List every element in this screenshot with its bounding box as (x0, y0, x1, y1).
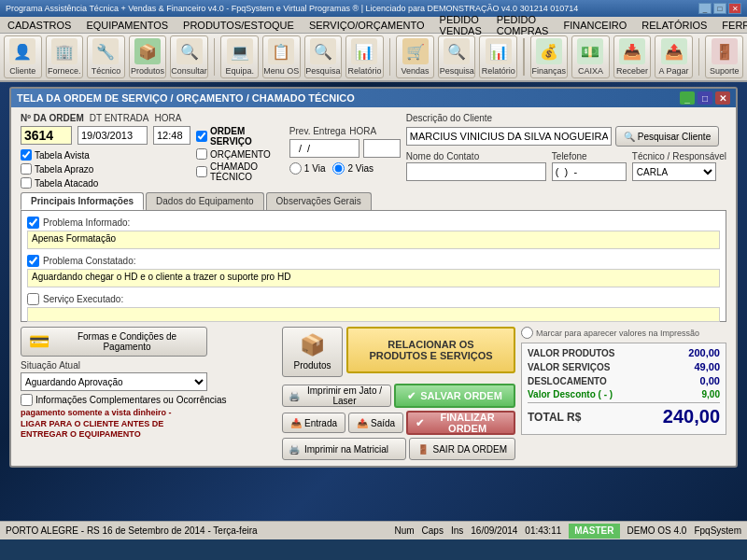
radio-via2[interactable]: 2 Vias (332, 162, 374, 175)
toolbar-apagar[interactable]: 📤 A Pagar (655, 35, 693, 78)
pesquisar-cliente-btn[interactable]: 🔍 Pesquisar Cliente (615, 126, 719, 147)
problema-informado-check[interactable] (27, 217, 39, 229)
ordem-servico-check[interactable]: ORDEM SERVIÇO (196, 126, 284, 147)
toolbar-financas[interactable]: 💰 Finanças (530, 35, 569, 78)
close-btn[interactable]: ✕ (728, 3, 741, 14)
chamado-tecnico-check[interactable]: CHAMADO TÉCNICO (196, 161, 284, 182)
prev-hora-input[interactable] (363, 139, 401, 158)
menu-cadastros[interactable]: CADASTROS (0, 19, 78, 32)
situacao-atual-select[interactable]: Aguardando Aprovação Em Andamento Conclu… (21, 372, 207, 391)
imprimir-matricial-btn[interactable]: 🖨️ Imprimir na Matricial (282, 438, 406, 460)
menu-produtos[interactable]: PRODUTOS/ESTOQUE (176, 19, 302, 32)
servico-executado-title: Serviço Executado: (27, 293, 720, 305)
radio-via1[interactable]: 1 Via (289, 162, 326, 175)
imprimir-jato-btn[interactable]: 🖨️ Imprimir em Jato / Laser (282, 385, 391, 407)
nome-contato-input[interactable] (406, 162, 546, 181)
hora-input[interactable] (153, 126, 190, 145)
problema-informado-text[interactable]: Apenas Formatação (27, 231, 720, 249)
toolbar-relatorio1[interactable]: 📊 Relatório (345, 35, 384, 78)
telefone-input[interactable] (552, 162, 627, 181)
finalizar-ordem-btn[interactable]: ✔ FINALIZAR ORDEM (406, 411, 515, 435)
relacionar-btn[interactable]: RELACIONAR OS PRODUTOS E SERVIÇOS (346, 327, 515, 373)
toolbar-vendas[interactable]: 🛒 Vendas (396, 35, 434, 78)
produtos-btn[interactable]: 📦 Produtos (282, 327, 343, 377)
toolbar-relatorio2[interactable]: 📊 Relatório (479, 35, 517, 78)
valor-servicos-row: VALOR SERVIÇOS 49,00 (528, 361, 720, 372)
title-bar-text: Programa Assistência Técnica + Vendas & … (6, 4, 578, 13)
marcar-impressao-check[interactable]: Marcar para aparecer valores na Impressã… (521, 327, 726, 339)
printer-icon: 🖨️ (289, 391, 300, 401)
sair-ordem-btn[interactable]: 🚪 SAIR DA ORDEM (409, 438, 515, 460)
toolbar-tecnico[interactable]: 🔧 Técnico (87, 35, 125, 78)
os-close-btn[interactable]: ✕ (715, 91, 730, 105)
produtos-icon: 📦 (300, 333, 325, 357)
valor-desconto-row: Valor Desconto ( - ) 9,00 (528, 389, 720, 399)
menu-relatorios[interactable]: RELATÓRIOS (634, 19, 714, 32)
menu-equipamentos[interactable]: EQUIPAMENTOS (78, 19, 176, 32)
status-date: 16/09/2014 (471, 525, 517, 536)
toolbar: 👤 Cliente 🏢 Fornece. 🔧 Técnico 📦 Produto… (0, 34, 747, 82)
os-title-buttons: _ □ ✕ (680, 91, 730, 105)
servico-executado-text[interactable] (27, 307, 720, 322)
toolbar-fornecedor[interactable]: 🏢 Fornece. (46, 35, 84, 78)
problema-constatado-check[interactable] (27, 255, 39, 267)
tabela-aprazo-check[interactable]: Tabela Aprazo (21, 163, 93, 175)
menu-ferramentas[interactable]: FERRAMENTAS (714, 19, 747, 32)
info-comp-check[interactable]: Informações Complementares ou Ocorrência… (21, 394, 276, 406)
dt-entrada-input[interactable] (78, 126, 148, 145)
tab-observacoes-gerais[interactable]: Observações Gerais (266, 192, 372, 210)
os-minimize-btn[interactable]: _ (680, 91, 695, 105)
toolbar-equipamento[interactable]: 💻 Equipa. (220, 35, 259, 78)
tab-dados-equipamento[interactable]: Dados do Equipamento (146, 192, 264, 210)
maximize-btn[interactable]: □ (713, 3, 726, 14)
nome-contato-label: Nome do Contato (406, 151, 546, 161)
tab-content: Problema Informado: Apenas Formatação Pr… (21, 210, 726, 322)
problema-constatado-text[interactable]: Aguardando chegar o HD e o cliente a tra… (27, 269, 720, 287)
servico-executado-check[interactable] (27, 293, 39, 305)
salvar-ordem-btn[interactable]: ✔ SALVAR ORDEM (394, 384, 515, 408)
status-num: Num (394, 525, 414, 536)
minimize-btn[interactable]: _ (698, 3, 712, 14)
search-icon: 🔍 (624, 132, 635, 142)
menu-servico[interactable]: SERVIÇO/ORÇAMENTO (302, 19, 432, 32)
tab-principais-informacoes[interactable]: Principais Informações (21, 192, 144, 210)
valor-servicos-label: VALOR SERVIÇOS (528, 362, 611, 372)
tabela-atacado-check[interactable]: Tabela Atacado (21, 177, 98, 189)
toolbar-pesquisa2[interactable]: 🔍 Pesquisa (438, 35, 476, 78)
menu-pedido-compras[interactable]: PEDIDO COMPRAS (489, 13, 557, 37)
prev-entrega-input[interactable] (289, 139, 359, 158)
toolbar-separator-2 (389, 38, 391, 76)
toolbar-pesquisa1[interactable]: 🔍 Pesquisa (304, 35, 343, 78)
toolbar-receber[interactable]: 📥 Receber (613, 35, 652, 78)
hora-label: HORA (154, 113, 181, 123)
info-comp-text: pagamento somente a vista dinheiro - LIG… (21, 408, 207, 441)
toolbar-cliente[interactable]: 👤 Cliente (4, 35, 42, 78)
formas-pagamento-btn[interactable]: 💳 Formas e Condições de Pagamento (21, 327, 207, 357)
tabela-avista-check[interactable]: Tabela Avista (21, 149, 90, 161)
deslocamento-amount: 0,00 (700, 375, 720, 386)
toolbar-consultar[interactable]: 🔍 Consultar (170, 35, 208, 78)
saida-btn[interactable]: 📤 Saída (348, 413, 403, 433)
problema-informado-title: Problema Informado: (27, 217, 720, 229)
menu-bar: CADASTROS EQUIPAMENTOS PRODUTOS/ESTOQUE … (0, 17, 747, 34)
valor-desconto-amount: 9,00 (702, 389, 720, 399)
total-row: TOTAL R$ 240,00 (528, 402, 720, 427)
entrada-btn[interactable]: 📥 Entrada (282, 413, 345, 433)
problema-informado-block: Problema Informado: Apenas Formatação (27, 217, 720, 249)
os-maximize-btn[interactable]: □ (698, 91, 712, 105)
descricao-cliente-label: Descrição do Cliente (406, 113, 726, 123)
prev-hora-label: HORA (349, 126, 376, 136)
toolbar-suporte[interactable]: 🚪 Suporte (705, 35, 743, 78)
os-title-bar: TELA DA ORDEM DE SERVIÇO / ORÇAMENTO / C… (11, 89, 736, 107)
tecnico-select[interactable]: CARLA (632, 162, 716, 181)
status-ins: Ins (451, 525, 463, 536)
menu-pedido-vendas[interactable]: PEDIDO VENDAS (432, 13, 489, 37)
toolbar-menu-os[interactable]: 📋 Menu OS (262, 35, 301, 78)
valor-desconto-label: Valor Desconto ( - ) (528, 389, 613, 399)
menu-financeiro[interactable]: FINANCEIRO (556, 19, 634, 32)
descricao-cliente-input[interactable] (406, 127, 612, 146)
toolbar-caixa[interactable]: 💵 CAIXA (571, 35, 610, 78)
toolbar-produtos[interactable]: 📦 Produtos (129, 35, 167, 78)
num-ordem-input[interactable] (21, 126, 72, 145)
orcamento-check[interactable]: ORÇAMENTO (196, 148, 284, 160)
